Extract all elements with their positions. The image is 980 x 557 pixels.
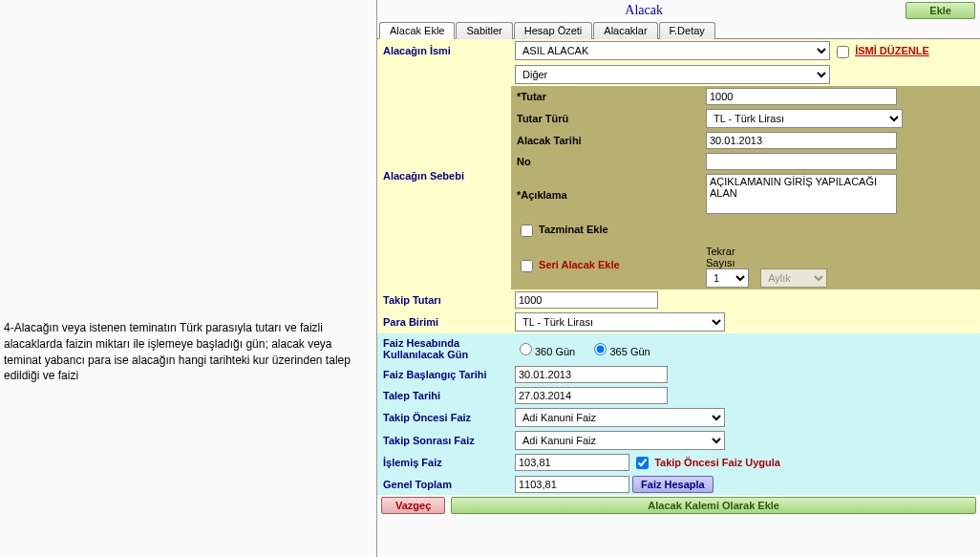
input-tutar[interactable] — [706, 88, 897, 105]
select-tekrar-sayisi[interactable]: 1 — [706, 268, 749, 288]
checkbox-takip-oncesi-uygula[interactable] — [636, 457, 649, 469]
label-faiz-gun: Faiz Hesabında Kullanılacak Gün — [377, 333, 511, 364]
select-tutar-turu[interactable]: TL - Türk Lirası — [706, 109, 903, 128]
page-title: Alacak — [382, 3, 905, 18]
label-aciklama: *Açıklama — [511, 172, 702, 218]
tab-strip: Alacak Ekle Sabitler Hesap Özeti Alacakl… — [377, 21, 980, 39]
action-row: Vazgeç Alacak Kalemi Olarak Ekle — [377, 495, 980, 516]
add-button[interactable]: Ekle — [905, 2, 975, 19]
checkbox-tazminat-ekle[interactable] — [521, 225, 533, 237]
header-row: Alacak Ekle — [377, 0, 980, 21]
checkbox-ismi-duzenle[interactable] — [837, 46, 849, 58]
label-talep-tarihi: Talep Tarihi — [377, 385, 511, 406]
tab-sabitler[interactable]: Sabitler — [456, 22, 512, 39]
select-takip-sonrasi[interactable]: Adi Kanuni Faiz — [515, 431, 725, 450]
select-tekrar-period: Aylık — [760, 268, 827, 288]
select-takip-oncesi[interactable]: Adi Kanuni Faiz — [515, 408, 725, 427]
label-takip-oncesi-uygula: Takip Öncesi Faiz Uygula — [654, 457, 780, 468]
right-panel: Alacak Ekle Alacak Ekle Sabitler Hesap Ö… — [377, 0, 980, 557]
input-islemis-faiz[interactable] — [515, 454, 629, 471]
label-faiz-baslangic: Faiz Başlangıç Tarihi — [377, 364, 511, 385]
label-genel-toplam: Genel Toplam — [377, 474, 511, 495]
label-takip-sonrasi: Takip Sonrası Faiz — [377, 429, 511, 452]
label-no: No — [511, 151, 702, 172]
label-tutar: *Tutar — [511, 86, 702, 107]
checkbox-seri-alacak-ekle[interactable] — [521, 260, 533, 272]
input-alacak-tarihi[interactable] — [706, 132, 897, 149]
form-area: Alacağın İsmi ASIL ALACAK İSMİ DÜZENLE A… — [377, 39, 980, 557]
tab-hesap-ozeti[interactable]: Hesap Özeti — [514, 22, 593, 39]
radio-360[interactable] — [520, 343, 532, 355]
tab-alacaklar[interactable]: Alacaklar — [593, 22, 657, 39]
textarea-aciklama[interactable]: AÇIKLAMANIN GİRİŞ YAPILACAĞI ALAN — [706, 174, 897, 214]
select-alacagin-ismi[interactable]: ASIL ALACAK — [515, 41, 830, 60]
label-takip-tutari: Takip Tutarı — [377, 289, 511, 311]
button-vazgec[interactable]: Vazgeç — [381, 497, 445, 514]
button-faiz-hesapla[interactable]: Faiz Hesapla — [632, 476, 714, 493]
input-genel-toplam[interactable] — [515, 476, 629, 493]
label-tekrar-sayisi: TekrarSayısı — [706, 246, 735, 268]
input-takip-tutari[interactable] — [515, 291, 658, 309]
input-talep-tarihi[interactable] — [515, 387, 668, 404]
tab-fdetay[interactable]: F.Detay — [659, 22, 715, 39]
select-para-birimi[interactable]: TL - Türk Lirası — [515, 312, 725, 332]
radio-365-wrap[interactable]: 365 Gün — [589, 346, 650, 357]
input-no[interactable] — [706, 153, 897, 170]
label-seri-alacak-ekle: Seri Alacak Ekle — [539, 260, 620, 271]
left-help-text: 4-Alacağın veya istenen teminatın Türk p… — [4, 320, 373, 384]
input-faiz-baslangic[interactable] — [515, 366, 668, 383]
label-tazminat-ekle: Tazminat Ekle — [539, 224, 608, 235]
radio-365[interactable] — [594, 343, 607, 355]
label-takip-oncesi: Takip Öncesi Faiz — [377, 406, 511, 429]
label-alacagin-sebebi: Alacağın Sebebi — [377, 63, 511, 289]
label-alacagin-ismi: Alacağın İsmi — [377, 39, 511, 63]
label-islemis-faiz: İşlemiş Faiz — [377, 452, 511, 475]
select-sebep[interactable]: Diğer — [515, 65, 830, 84]
left-panel: 4-Alacağın veya istenen teminatın Türk p… — [0, 0, 377, 557]
link-ismi-duzenle[interactable]: İSMİ DÜZENLE — [855, 45, 929, 56]
label-tutar-turu: Tutar Türü — [511, 107, 702, 130]
radio-360-wrap[interactable]: 360 Gün — [515, 346, 575, 357]
button-alacak-kalemi-ekle[interactable]: Alacak Kalemi Olarak Ekle — [451, 497, 976, 514]
label-para-birimi: Para Birimi — [377, 311, 511, 333]
label-alacak-tarihi: Alacak Tarihi — [511, 130, 702, 151]
tab-alacak-ekle[interactable]: Alacak Ekle — [379, 22, 455, 39]
